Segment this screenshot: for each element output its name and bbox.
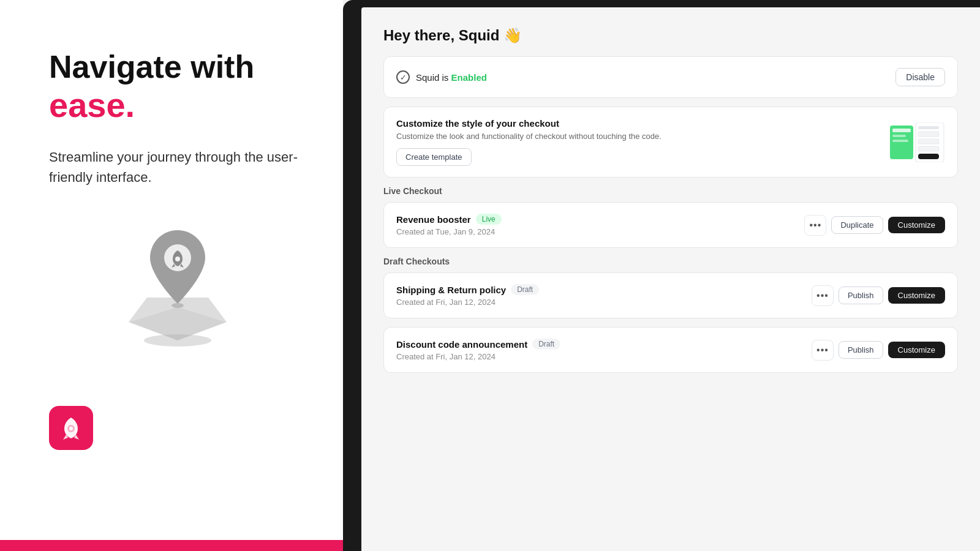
page-greeting: Hey there, Squid 👋 bbox=[383, 27, 958, 44]
map-svg-icon bbox=[116, 218, 239, 347]
live-checkout-info: Revenue booster Live Created at Tue, Jan… bbox=[396, 214, 502, 236]
screen-content: Hey there, Squid 👋 ✓ Squid is Enabled Di… bbox=[361, 7, 980, 551]
svg-rect-14 bbox=[918, 132, 939, 137]
svg-rect-17 bbox=[918, 154, 939, 159]
svg-rect-16 bbox=[918, 146, 939, 151]
right-panel: Hey there, Squid 👋 ✓ Squid is Enabled Di… bbox=[343, 0, 980, 551]
live-badge: Live bbox=[476, 214, 502, 225]
customize-desc: Customize the look and functionality of … bbox=[396, 132, 662, 141]
draft-item-2-actions: ••• Publish Customize bbox=[812, 340, 945, 361]
draft-card-1: Shipping & Return policy Draft Created a… bbox=[383, 272, 958, 318]
svg-point-7 bbox=[69, 427, 73, 430]
draft-badge-2: Draft bbox=[532, 339, 560, 350]
live-section-label: Live Checkout bbox=[383, 186, 958, 196]
customize-card: Customize the style of your checkout Cus… bbox=[383, 107, 958, 178]
check-circle-icon: ✓ bbox=[396, 70, 410, 84]
draft-item-1-title: Shipping & Return policy Draft bbox=[396, 284, 539, 295]
live-item-name: Revenue booster bbox=[396, 214, 471, 225]
template-preview bbox=[890, 122, 945, 162]
customize-text: Customize the style of your checkout Cus… bbox=[396, 118, 662, 166]
draft-badge-1: Draft bbox=[511, 284, 539, 295]
live-item-title: Revenue booster Live bbox=[396, 214, 502, 225]
svg-rect-10 bbox=[892, 135, 906, 137]
left-panel: Navigate with ease. Streamline your jour… bbox=[0, 0, 343, 551]
draft-item-2-name: Discount code announcement bbox=[396, 339, 527, 350]
disable-button[interactable]: Disable bbox=[895, 68, 945, 86]
draft-1-customize-button[interactable]: Customize bbox=[888, 287, 945, 304]
map-illustration bbox=[49, 218, 306, 347]
customize-title: Customize the style of your checkout bbox=[396, 118, 662, 129]
headline-accent: ease. bbox=[49, 86, 135, 124]
live-checkout-item: Revenue booster Live Created at Tue, Jan… bbox=[396, 214, 945, 236]
live-item-date: Created at Tue, Jan 9, 2024 bbox=[396, 227, 502, 236]
headline-line1: Navigate with bbox=[49, 49, 254, 84]
draft-section-label: Draft Checkouts bbox=[383, 257, 958, 266]
draft-item-1: Shipping & Return policy Draft Created a… bbox=[396, 284, 945, 307]
draft-item-1-actions: ••• Publish Customize bbox=[812, 285, 945, 306]
draft-item-2-date: Created at Fri, Jan 12, 2024 bbox=[396, 352, 560, 361]
rocket-icon bbox=[58, 415, 84, 441]
template-preview-icon bbox=[890, 122, 945, 162]
draft-item-2-title: Discount code announcement Draft bbox=[396, 339, 560, 350]
svg-point-5 bbox=[172, 303, 184, 308]
status-card: ✓ Squid is Enabled Disable bbox=[383, 56, 958, 98]
bottom-bar bbox=[0, 540, 343, 551]
live-checkout-card: Revenue booster Live Created at Tue, Jan… bbox=[383, 202, 958, 248]
duplicate-button[interactable]: Duplicate bbox=[831, 216, 883, 234]
app-container: Hey there, Squid 👋 ✓ Squid is Enabled Di… bbox=[361, 7, 980, 551]
svg-rect-15 bbox=[918, 139, 939, 144]
draft-2-publish-button[interactable]: Publish bbox=[839, 341, 883, 359]
svg-point-4 bbox=[175, 257, 180, 261]
live-customize-button[interactable]: Customize bbox=[888, 217, 945, 233]
status-enabled-value: Enabled bbox=[451, 72, 487, 83]
draft-1-publish-button[interactable]: Publish bbox=[839, 287, 883, 304]
status-left: ✓ Squid is Enabled bbox=[396, 70, 487, 84]
subtext: Streamline your journey through the user… bbox=[49, 147, 306, 187]
live-more-button[interactable]: ••• bbox=[804, 215, 826, 236]
draft-1-more-button[interactable]: ••• bbox=[812, 285, 834, 306]
laptop-frame: Hey there, Squid 👋 ✓ Squid is Enabled Di… bbox=[343, 0, 980, 551]
draft-item-2: Discount code announcement Draft Created… bbox=[396, 339, 945, 361]
svg-point-2 bbox=[144, 334, 211, 347]
svg-rect-11 bbox=[892, 140, 908, 142]
draft-info-2: Discount code announcement Draft Created… bbox=[396, 339, 560, 361]
draft-card-2: Discount code announcement Draft Created… bbox=[383, 327, 958, 373]
draft-2-more-button[interactable]: ••• bbox=[812, 340, 834, 361]
headline: Navigate with ease. bbox=[49, 49, 306, 125]
svg-rect-13 bbox=[918, 126, 939, 129]
draft-info-1: Shipping & Return policy Draft Created a… bbox=[396, 284, 539, 307]
status-text: Squid is Enabled bbox=[416, 72, 487, 83]
squid-label: Squid is bbox=[416, 72, 448, 83]
draft-item-1-date: Created at Fri, Jan 12, 2024 bbox=[396, 298, 539, 307]
draft-2-customize-button[interactable]: Customize bbox=[888, 342, 945, 358]
live-item-actions: ••• Duplicate Customize bbox=[804, 215, 945, 236]
create-template-button[interactable]: Create template bbox=[396, 148, 472, 166]
draft-item-1-name: Shipping & Return policy bbox=[396, 285, 506, 295]
app-icon bbox=[49, 406, 93, 450]
svg-rect-9 bbox=[892, 129, 911, 132]
